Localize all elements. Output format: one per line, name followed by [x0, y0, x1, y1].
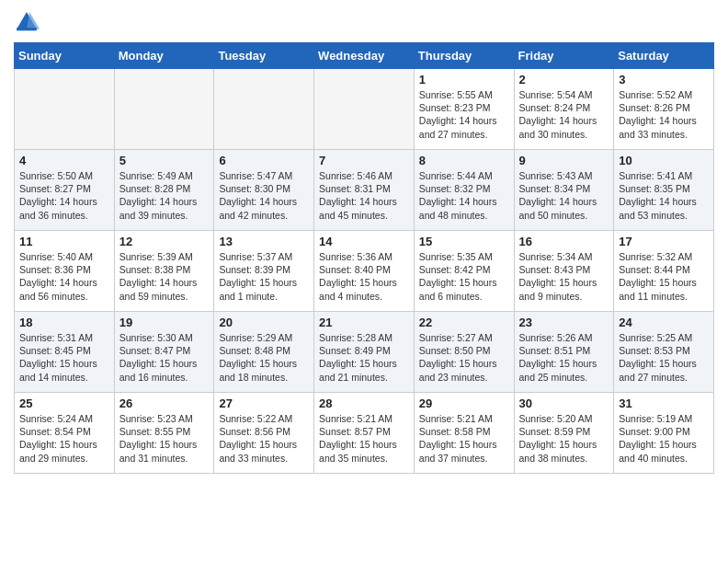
day-cell-21: 21Sunrise: 5:28 AM Sunset: 8:49 PM Dayli…	[314, 312, 415, 393]
day-cell-1: 1Sunrise: 5:55 AM Sunset: 8:23 PM Daylig…	[414, 69, 514, 150]
day-cell-18: 18Sunrise: 5:31 AM Sunset: 8:45 PM Dayli…	[15, 312, 115, 393]
day-info: Sunrise: 5:44 AM Sunset: 8:32 PM Dayligh…	[419, 169, 509, 222]
day-cell-27: 27Sunrise: 5:22 AM Sunset: 8:56 PM Dayli…	[214, 393, 314, 474]
day-cell-9: 9Sunrise: 5:43 AM Sunset: 8:34 PM Daylig…	[514, 150, 614, 231]
day-number: 8	[419, 154, 509, 167]
day-number: 28	[319, 396, 409, 410]
day-cell-14: 14Sunrise: 5:36 AM Sunset: 8:40 PM Dayli…	[314, 231, 415, 312]
day-cell-30: 30Sunrise: 5:20 AM Sunset: 8:59 PM Dayli…	[514, 393, 614, 474]
day-info: Sunrise: 5:41 AM Sunset: 8:35 PM Dayligh…	[619, 169, 709, 222]
day-number: 15	[419, 235, 509, 248]
day-info: Sunrise: 5:21 AM Sunset: 8:58 PM Dayligh…	[419, 412, 509, 465]
week-row-3: 11Sunrise: 5:40 AM Sunset: 8:36 PM Dayli…	[15, 231, 714, 312]
week-row-1: 1Sunrise: 5:55 AM Sunset: 8:23 PM Daylig…	[15, 69, 714, 150]
day-info: Sunrise: 5:27 AM Sunset: 8:50 PM Dayligh…	[419, 331, 509, 384]
day-number: 7	[319, 154, 409, 167]
day-info: Sunrise: 5:37 AM Sunset: 8:39 PM Dayligh…	[219, 250, 309, 303]
day-cell-17: 17Sunrise: 5:32 AM Sunset: 8:44 PM Dayli…	[614, 231, 714, 312]
day-cell-23: 23Sunrise: 5:26 AM Sunset: 8:51 PM Dayli…	[514, 312, 614, 393]
day-cell-16: 16Sunrise: 5:34 AM Sunset: 8:43 PM Dayli…	[514, 231, 614, 312]
day-number: 13	[219, 235, 309, 248]
day-cell-12: 12Sunrise: 5:39 AM Sunset: 8:38 PM Dayli…	[114, 231, 214, 312]
day-number: 21	[319, 316, 409, 329]
logo-icon	[14, 9, 40, 35]
week-row-4: 18Sunrise: 5:31 AM Sunset: 8:45 PM Dayli…	[15, 312, 714, 393]
day-info: Sunrise: 5:52 AM Sunset: 8:26 PM Dayligh…	[619, 88, 709, 141]
day-cell-5: 5Sunrise: 5:49 AM Sunset: 8:28 PM Daylig…	[114, 150, 214, 231]
day-number: 26	[119, 396, 210, 410]
day-cell-empty	[314, 69, 415, 150]
day-header-wednesday: Wednesday	[314, 43, 415, 69]
day-number: 20	[219, 316, 309, 329]
day-cell-31: 31Sunrise: 5:19 AM Sunset: 9:00 PM Dayli…	[614, 393, 714, 474]
day-cell-20: 20Sunrise: 5:29 AM Sunset: 8:48 PM Dayli…	[214, 312, 314, 393]
day-info: Sunrise: 5:43 AM Sunset: 8:34 PM Dayligh…	[519, 169, 609, 222]
day-cell-22: 22Sunrise: 5:27 AM Sunset: 8:50 PM Dayli…	[414, 312, 514, 393]
day-cell-13: 13Sunrise: 5:37 AM Sunset: 8:39 PM Dayli…	[214, 231, 314, 312]
calendar-table: SundayMondayTuesdayWednesdayThursdayFrid…	[14, 42, 714, 474]
day-number: 18	[19, 316, 109, 329]
day-info: Sunrise: 5:21 AM Sunset: 8:57 PM Dayligh…	[319, 412, 409, 465]
day-cell-29: 29Sunrise: 5:21 AM Sunset: 8:58 PM Dayli…	[414, 393, 514, 474]
svg-rect-2	[17, 28, 37, 30]
day-cell-empty	[214, 69, 314, 150]
day-info: Sunrise: 5:24 AM Sunset: 8:54 PM Dayligh…	[19, 412, 109, 465]
svg-marker-1	[27, 12, 40, 29]
day-info: Sunrise: 5:34 AM Sunset: 8:43 PM Dayligh…	[519, 250, 609, 303]
day-info: Sunrise: 5:47 AM Sunset: 8:30 PM Dayligh…	[219, 169, 309, 222]
day-cell-2: 2Sunrise: 5:54 AM Sunset: 8:24 PM Daylig…	[514, 69, 614, 150]
header	[14, 9, 714, 35]
day-cell-15: 15Sunrise: 5:35 AM Sunset: 8:42 PM Dayli…	[414, 231, 514, 312]
day-info: Sunrise: 5:20 AM Sunset: 8:59 PM Dayligh…	[519, 412, 609, 465]
day-cell-empty	[114, 69, 214, 150]
day-number: 9	[519, 154, 609, 167]
day-info: Sunrise: 5:55 AM Sunset: 8:23 PM Dayligh…	[419, 88, 509, 141]
day-header-friday: Friday	[514, 43, 614, 69]
day-cell-3: 3Sunrise: 5:52 AM Sunset: 8:26 PM Daylig…	[614, 69, 714, 150]
day-cell-8: 8Sunrise: 5:44 AM Sunset: 8:32 PM Daylig…	[414, 150, 514, 231]
day-info: Sunrise: 5:28 AM Sunset: 8:49 PM Dayligh…	[319, 331, 409, 384]
day-number: 19	[119, 316, 210, 329]
day-number: 10	[619, 154, 709, 167]
day-number: 4	[19, 154, 109, 167]
day-number: 16	[519, 235, 609, 248]
day-info: Sunrise: 5:49 AM Sunset: 8:28 PM Dayligh…	[119, 169, 210, 222]
day-cell-24: 24Sunrise: 5:25 AM Sunset: 8:53 PM Dayli…	[614, 312, 714, 393]
day-info: Sunrise: 5:54 AM Sunset: 8:24 PM Dayligh…	[519, 88, 609, 141]
day-cell-25: 25Sunrise: 5:24 AM Sunset: 8:54 PM Dayli…	[15, 393, 115, 474]
week-row-2: 4Sunrise: 5:50 AM Sunset: 8:27 PM Daylig…	[15, 150, 714, 231]
day-number: 2	[519, 73, 609, 86]
day-header-saturday: Saturday	[614, 43, 714, 69]
day-header-sunday: Sunday	[15, 43, 115, 69]
day-number: 24	[619, 316, 709, 329]
day-cell-28: 28Sunrise: 5:21 AM Sunset: 8:57 PM Dayli…	[314, 393, 415, 474]
day-cell-empty	[15, 69, 115, 150]
day-info: Sunrise: 5:36 AM Sunset: 8:40 PM Dayligh…	[319, 250, 409, 303]
day-cell-19: 19Sunrise: 5:30 AM Sunset: 8:47 PM Dayli…	[114, 312, 214, 393]
day-cell-10: 10Sunrise: 5:41 AM Sunset: 8:35 PM Dayli…	[614, 150, 714, 231]
day-info: Sunrise: 5:25 AM Sunset: 8:53 PM Dayligh…	[619, 331, 709, 384]
day-info: Sunrise: 5:22 AM Sunset: 8:56 PM Dayligh…	[219, 412, 309, 465]
day-number: 31	[619, 396, 709, 410]
day-info: Sunrise: 5:35 AM Sunset: 8:42 PM Dayligh…	[419, 250, 509, 303]
logo	[14, 9, 43, 35]
day-info: Sunrise: 5:46 AM Sunset: 8:31 PM Dayligh…	[319, 169, 409, 222]
day-number: 27	[219, 396, 309, 410]
day-number: 5	[119, 154, 210, 167]
day-number: 25	[19, 396, 109, 410]
day-header-thursday: Thursday	[414, 43, 514, 69]
day-info: Sunrise: 5:32 AM Sunset: 8:44 PM Dayligh…	[619, 250, 709, 303]
day-header-tuesday: Tuesday	[214, 43, 314, 69]
day-header-monday: Monday	[114, 43, 214, 69]
day-cell-11: 11Sunrise: 5:40 AM Sunset: 8:36 PM Dayli…	[15, 231, 115, 312]
day-info: Sunrise: 5:30 AM Sunset: 8:47 PM Dayligh…	[119, 331, 210, 384]
week-row-5: 25Sunrise: 5:24 AM Sunset: 8:54 PM Dayli…	[15, 393, 714, 474]
day-info: Sunrise: 5:31 AM Sunset: 8:45 PM Dayligh…	[19, 331, 109, 384]
day-info: Sunrise: 5:23 AM Sunset: 8:55 PM Dayligh…	[119, 412, 210, 465]
day-number: 29	[419, 396, 509, 410]
day-cell-6: 6Sunrise: 5:47 AM Sunset: 8:30 PM Daylig…	[214, 150, 314, 231]
day-number: 3	[619, 73, 709, 86]
day-number: 23	[519, 316, 609, 329]
day-number: 17	[619, 235, 709, 248]
day-number: 6	[219, 154, 309, 167]
